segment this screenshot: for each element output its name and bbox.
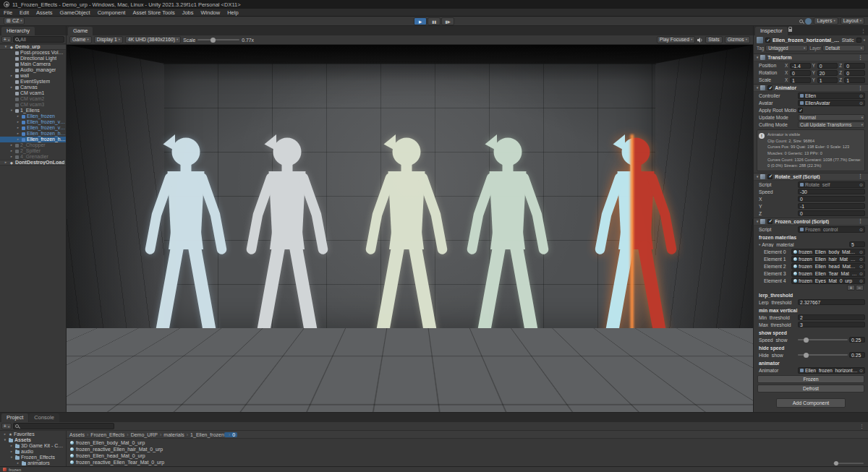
hierarchy-search-input[interactable]: All [13,36,64,43]
tab-game[interactable]: Game [68,27,93,35]
y-value-field[interactable]: 20 [817,70,838,76]
field-value[interactable]: -30 [798,189,865,194]
update-mode-dropdown[interactable]: Normal▾ [798,114,865,121]
hierarchy-item[interactable]: ◆ Ellen_frozen_horizontal_oppo [0,137,66,142]
next-character-button[interactable]: › [715,376,721,393]
asset-file-row[interactable]: frozen_reactive_Ellen_hair_Mat_0_urp [67,446,868,452]
foldout-arrow-icon[interactable] [3,437,7,443]
x-value-field[interactable]: 1 [790,77,811,83]
slider-knob[interactable] [834,461,838,465]
breadcrumb-segment[interactable]: 1_Ellen_frozen [184,432,224,437]
culling-mode-dropdown[interactable]: Cull Update Transforms▾ [798,121,865,128]
animator-component-header[interactable]: ▾ Animator ⋮ [754,84,868,92]
object-picker-icon[interactable]: ⊙ [859,227,863,232]
add-component-button[interactable]: Add Component [776,398,846,408]
menu-item[interactable]: Edit [16,9,33,17]
chevron-down-icon[interactable]: ▾ [864,38,865,42]
y-value-field[interactable]: 1 [817,77,838,83]
object-picker-icon[interactable]: ⊙ [859,264,863,269]
active-checkbox[interactable] [765,38,770,43]
game-viewport[interactable]: ‹ › [67,45,753,412]
foldout-arrow-icon[interactable]: ▾ [757,175,758,179]
foldout-arrow-icon[interactable] [9,154,14,160]
z-value-field[interactable]: 0 [844,63,865,69]
hide-show-slider[interactable] [798,354,848,356]
min-threshold-field[interactable]: 2 [798,314,865,320]
speed-show-value[interactable]: 0.25 [849,337,865,343]
project-tab[interactable]: Console [29,413,59,422]
hierarchy-item[interactable]: ◆ CM vcam2 [0,96,66,102]
menu-item[interactable]: File [0,9,16,17]
hierarchy-item[interactable]: ◆ Directional Light [0,56,66,61]
foldout-arrow-icon[interactable] [9,443,14,449]
controller-object-field[interactable]: Ellen ⊙ [798,93,865,99]
foldout-arrow-icon[interactable] [9,108,14,113]
search-icon[interactable] [799,20,803,23]
hierarchy-item[interactable]: ◆ Main Camera [0,61,66,67]
hierarchy-item[interactable]: ◆ 1_Ellens [0,108,66,113]
kebab-menu-icon[interactable]: ⋮ [856,53,865,62]
foldout-arrow-icon[interactable] [3,432,7,437]
frozen-control-enabled-checkbox[interactable] [767,219,773,224]
layer-dropdown[interactable]: Default▾ [822,45,865,51]
hierarchy-item[interactable]: ◆ Ellen_frozen_horizontal [0,131,66,137]
lerp-threshold-field[interactable]: 2.327667 [798,299,865,305]
stats-button[interactable]: Stats [705,36,723,43]
foldout-arrow-icon[interactable] [9,455,14,460]
layout-dropdown[interactable]: Layout ▾ [841,17,864,25]
array-size-field[interactable]: 5 [849,241,865,247]
foldout-arrow-icon[interactable] [16,125,20,131]
defrost-button[interactable]: Defrost [757,385,864,392]
display-dropdown[interactable]: Display 1▾ [94,36,123,43]
foldout-arrow-icon[interactable] [9,85,14,90]
breadcrumb-segment[interactable]: 0 [224,432,237,437]
frozen-control-component-header[interactable]: ▾ Frozen_control (Script) ⋮ [754,218,868,226]
hierarchy-item[interactable]: ◆ CM vcam1 [0,90,66,96]
menu-item[interactable]: Help [224,9,242,17]
hierarchy-item[interactable]: ◆ 4_Grenadier [0,154,66,160]
hierarchy-item[interactable]: ◆ Ellen_frozen [0,113,66,119]
remove-element-button[interactable]: − [856,285,864,291]
foldout-arrow-icon[interactable] [9,142,14,148]
hierarchy-item[interactable]: ◆ wall [0,73,66,79]
account-avatar[interactable] [805,18,812,25]
menu-item[interactable]: Window [197,9,224,17]
project-folder-item[interactable]: ★ audio [0,449,66,455]
asset-file-row[interactable]: frozen_reactive_Ellen_Tear_Mat_0_urp [67,459,868,465]
x-value-field[interactable]: 0 [790,70,811,76]
rotate-self-component-header[interactable]: ▾ Rotate_self (Script) ⋮ [754,173,868,181]
field-value[interactable]: -1 [798,203,865,209]
slider-knob[interactable] [804,353,809,358]
menu-item[interactable]: Jobs [179,9,197,17]
kebab-menu-icon[interactable]: ⋮ [859,27,868,35]
z-value-field[interactable]: 1 [844,77,865,83]
foldout-arrow-icon[interactable]: ▾ [757,220,758,223]
lock-icon[interactable] [788,29,792,32]
breadcrumb-segment[interactable]: Frozen_Effects [85,432,124,437]
menu-item[interactable]: Component [94,9,129,17]
script-object-field[interactable]: Rotate_self ⊙ [798,181,865,188]
foldout-arrow-icon[interactable] [16,113,20,119]
hierarchy-item[interactable]: ◆ DontDestroyOnLoad [0,160,66,166]
pause-button[interactable]: ▮▮ [427,17,441,25]
prev-character-button[interactable]: ‹ [689,376,695,393]
array-material-row[interactable]: ▾ Array_material 5 [754,241,868,248]
foldout-arrow-icon[interactable]: ▾ [759,243,760,246]
icon-size-slider[interactable] [833,463,864,464]
create-object-button[interactable]: + ▾ [1,36,12,43]
foldout-arrow-icon[interactable]: ▾ [757,86,758,90]
add-element-button[interactable]: + [847,285,855,291]
hide-show-value[interactable]: 0.25 [849,352,865,358]
foldout-arrow-icon[interactable] [9,148,14,154]
gizmos-dropdown[interactable]: Gizmos▾ [725,36,750,43]
asset-file-row[interactable]: frozen_Ellen_body_Mat_0_urp [67,439,868,446]
hierarchy-item[interactable]: ◆ CM vcam3 [0,102,66,108]
project-folder-item[interactable]: ★ animators [0,460,66,466]
hierarchy-item[interactable]: ◆ Canvas [0,85,66,90]
kebab-menu-icon[interactable]: ⋮ [856,84,865,93]
object-picker-icon[interactable]: ⊙ [859,368,863,373]
play-button[interactable]: ▶ [414,17,427,25]
play-focused-dropdown[interactable]: Play Focused▾ [657,36,695,43]
game-view-dropdown[interactable]: Game▾ [69,36,92,43]
create-asset-button[interactable]: + ▾ [1,423,12,429]
